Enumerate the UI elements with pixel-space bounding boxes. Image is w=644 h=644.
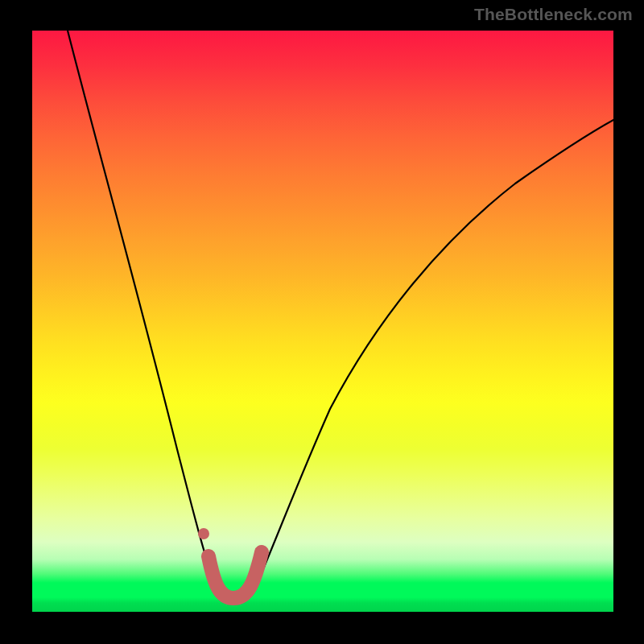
bottleneck-curve [68, 31, 613, 600]
marker-dot [198, 528, 209, 539]
curve-layer [32, 31, 613, 612]
plot-area [32, 31, 613, 612]
chart-frame: TheBottleneck.com [0, 0, 644, 644]
highlight-segment [208, 552, 262, 598]
watermark-text: TheBottleneck.com [474, 5, 633, 24]
